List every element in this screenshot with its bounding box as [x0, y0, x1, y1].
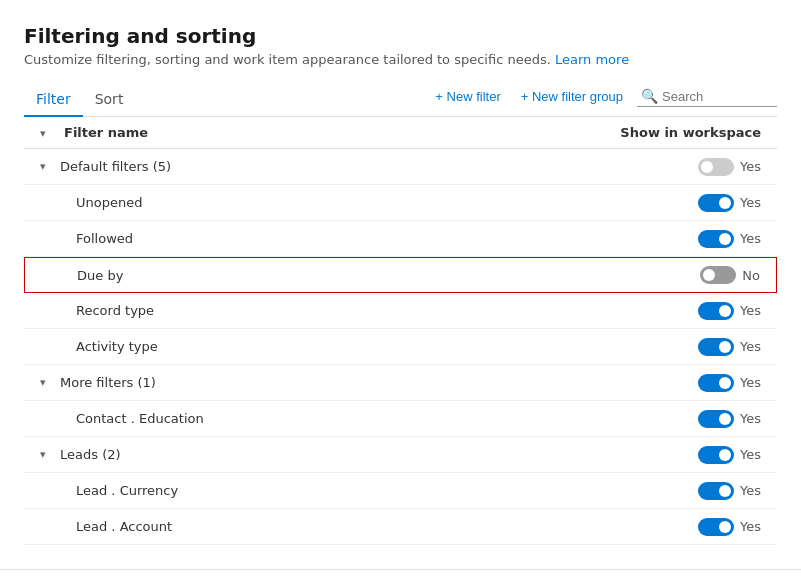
filter-row-default-filters: ▾Default filters (5) Yes [24, 149, 777, 185]
header-filter-name: Filter name [64, 125, 601, 140]
toggle-lead-currency[interactable] [698, 482, 734, 500]
toggle-label: Yes [740, 447, 761, 462]
toggle-wrap: Yes [698, 338, 761, 356]
filter-row-followed: Followed Yes [24, 221, 777, 257]
show-col: Yes [601, 194, 761, 212]
filter-row-more-filters: ▾More filters (1) Yes [24, 365, 777, 401]
search-box: 🔍 [637, 86, 777, 107]
filter-row-activity-type: Activity type Yes [24, 329, 777, 365]
filter-label: Followed [76, 231, 601, 246]
toggle-default-filters[interactable] [698, 158, 734, 176]
tabs-row: Filter Sort + New filter + New filter gr… [24, 83, 777, 117]
show-col: Yes [601, 374, 761, 392]
toggle-contact-education[interactable] [698, 410, 734, 428]
filter-rows-container: ▾Default filters (5) Yes Unopened Yes Fo… [24, 149, 777, 545]
toggle-label: Yes [740, 483, 761, 498]
toggle-unopened[interactable] [698, 194, 734, 212]
toggle-followed[interactable] [698, 230, 734, 248]
show-col: No [600, 266, 760, 284]
toggle-label: Yes [740, 195, 761, 210]
toggle-wrap: Yes [698, 194, 761, 212]
page-title: Filtering and sorting [24, 24, 777, 48]
toolbar-right: + New filter + New filter group 🔍 [429, 85, 777, 114]
filter-row-record-type: Record type Yes [24, 293, 777, 329]
show-col: Yes [601, 518, 761, 536]
chevron-icon[interactable]: ▾ [40, 448, 60, 461]
filter-row-unopened: Unopened Yes [24, 185, 777, 221]
table-header: ▾ Filter name Show in workspace [24, 117, 777, 149]
toggle-lead-account[interactable] [698, 518, 734, 536]
toggle-wrap: Yes [698, 482, 761, 500]
filter-label: Contact . Education [76, 411, 601, 426]
page-subtitle: Customize filtering, sorting and work it… [24, 52, 777, 67]
filter-row-due-by: Due by No [24, 257, 777, 293]
toggle-due-by[interactable] [700, 266, 736, 284]
tab-filter[interactable]: Filter [24, 83, 83, 117]
header-show-workspace: Show in workspace [601, 125, 761, 140]
toggle-leads[interactable] [698, 446, 734, 464]
toggle-more-filters[interactable] [698, 374, 734, 392]
search-input[interactable] [662, 89, 773, 104]
filter-label: Lead . Currency [76, 483, 601, 498]
toggle-label: Yes [740, 519, 761, 534]
toggle-wrap: Yes [698, 518, 761, 536]
chevron-icon[interactable]: ▾ [40, 376, 60, 389]
show-col: Yes [601, 338, 761, 356]
toggle-wrap: Yes [698, 230, 761, 248]
header-chevron-col: ▾ [40, 126, 64, 140]
show-col: Yes [601, 230, 761, 248]
filter-row-lead-account: Lead . Account Yes [24, 509, 777, 545]
toggle-label: Yes [740, 375, 761, 390]
filter-label: Unopened [76, 195, 601, 210]
filter-label: Record type [76, 303, 601, 318]
chevron-icon[interactable]: ▾ [40, 160, 60, 173]
down-icon: ▾ [40, 127, 46, 140]
footer: Publish Cancel [0, 569, 801, 576]
filter-row-contact-education: Contact . Education Yes [24, 401, 777, 437]
toggle-activity-type[interactable] [698, 338, 734, 356]
new-filter-group-button[interactable]: + New filter group [515, 85, 629, 108]
filter-group-label: More filters (1) [60, 375, 601, 390]
filter-label: Activity type [76, 339, 601, 354]
show-col: Yes [601, 302, 761, 320]
toggle-label: Yes [740, 339, 761, 354]
page-container: Filtering and sorting Customize filterin… [0, 0, 801, 561]
toggle-wrap: No [700, 266, 760, 284]
show-col: Yes [601, 482, 761, 500]
toggle-wrap: Yes [698, 158, 761, 176]
toggle-wrap: Yes [698, 374, 761, 392]
new-filter-button[interactable]: + New filter [429, 85, 506, 108]
show-col: Yes [601, 446, 761, 464]
toggle-record-type[interactable] [698, 302, 734, 320]
toggle-label: Yes [740, 231, 761, 246]
toggle-label: No [742, 268, 760, 283]
tab-sort[interactable]: Sort [83, 83, 136, 117]
toggle-label: Yes [740, 411, 761, 426]
toggle-wrap: Yes [698, 302, 761, 320]
filter-row-lead-currency: Lead . Currency Yes [24, 473, 777, 509]
toggle-label: Yes [740, 303, 761, 318]
show-col: Yes [601, 158, 761, 176]
show-col: Yes [601, 410, 761, 428]
filter-group-label: Default filters (5) [60, 159, 601, 174]
filter-group-label: Leads (2) [60, 447, 601, 462]
toggle-wrap: Yes [698, 410, 761, 428]
filter-row-leads: ▾Leads (2) Yes [24, 437, 777, 473]
search-icon: 🔍 [641, 88, 658, 104]
filter-label: Lead . Account [76, 519, 601, 534]
toggle-label: Yes [740, 159, 761, 174]
toggle-wrap: Yes [698, 446, 761, 464]
filter-label: Due by [77, 268, 600, 283]
learn-more-link[interactable]: Learn more [555, 52, 629, 67]
